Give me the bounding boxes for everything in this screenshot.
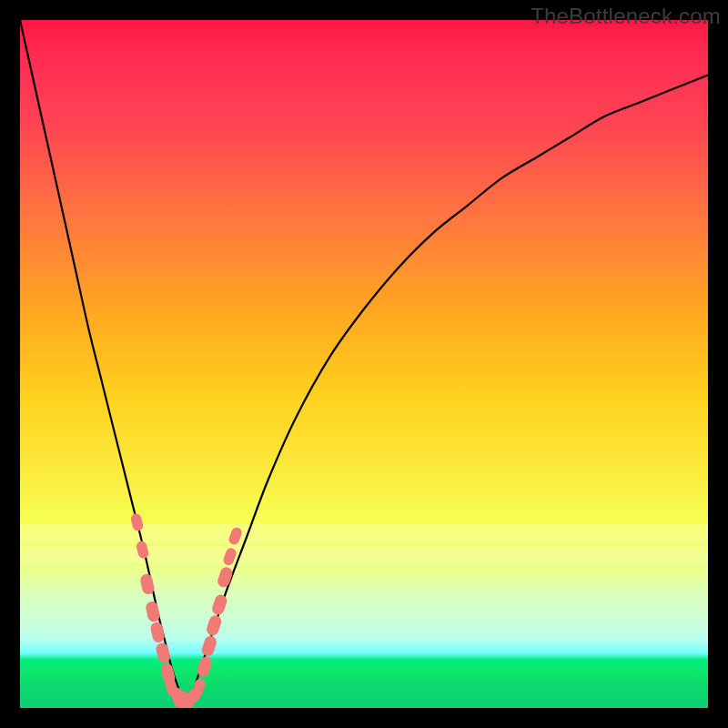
data-marker <box>149 621 166 643</box>
data-marker <box>222 547 238 567</box>
bottleneck-curve <box>20 20 708 702</box>
chart-svg <box>20 20 708 708</box>
data-marker <box>205 614 223 637</box>
data-markers <box>130 512 244 708</box>
data-marker <box>136 540 150 559</box>
plot-area <box>20 20 708 708</box>
data-marker <box>228 526 243 546</box>
watermark-label: TheBottleneck.com <box>531 4 721 29</box>
data-marker <box>130 512 145 531</box>
data-marker <box>216 566 234 589</box>
chart-frame: TheBottleneck.com <box>0 0 728 728</box>
data-marker <box>200 634 218 657</box>
data-marker <box>210 593 228 616</box>
